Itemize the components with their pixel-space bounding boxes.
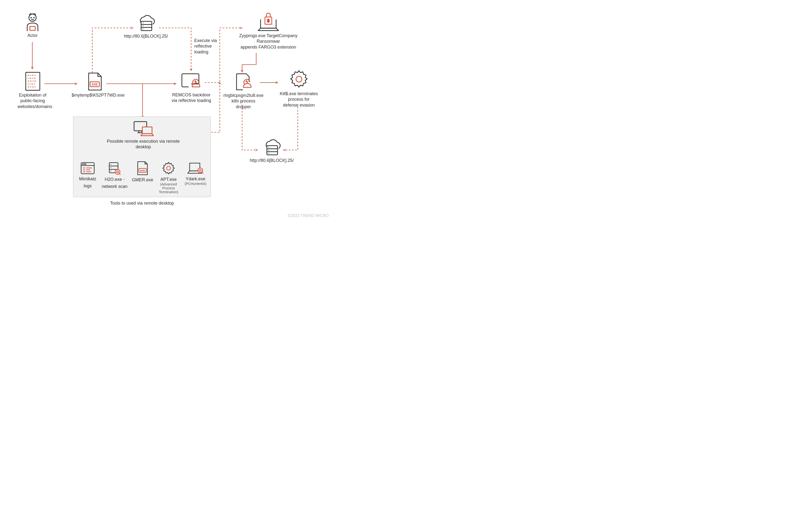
mimikatz-icon [80, 162, 95, 175]
remcos-icon [181, 72, 202, 91]
tools-footer: Tools to used via remote desktop [105, 199, 180, 206]
svg-text:EXE: EXE [140, 169, 145, 172]
binary-panel-icon [25, 72, 40, 91]
exe-file-label: $mytemp$\K52PT7WD.exe [72, 93, 118, 98]
tool-apt-sub: (Advanced Process Termination) [155, 182, 182, 194]
reflective-loading-text: Execute via reflective loading [194, 36, 223, 55]
svg-point-8 [143, 23, 143, 23]
svg-point-26 [111, 164, 111, 165]
svg-point-33 [167, 166, 170, 170]
svg-point-19 [268, 153, 269, 154]
svg-point-22 [82, 164, 83, 165]
remcos-node: REMCOS backdoor via reflective loading [169, 72, 213, 103]
svg-point-24 [86, 164, 86, 165]
svg-point-28 [111, 171, 111, 172]
gear-icon [288, 69, 310, 90]
dropper-node: rlvgblcpsgm2tu8.exe kills process droppe… [223, 72, 263, 110]
exe-file-icon: EXE [87, 72, 103, 91]
tool-mimikatz: Mimikatz logs [77, 162, 98, 189]
h2o-icon [108, 162, 121, 175]
tool-h2o-name: H2O.exe - [101, 177, 128, 182]
dropper-icon [234, 72, 253, 91]
remcos-label: REMCOS backdoor via reflective loading [169, 92, 213, 103]
c2-cloud-1: http://80.6[BLOCK].25/ [124, 14, 168, 39]
copyright: ©2023 TREND MICRO [287, 213, 329, 218]
diagram-canvas: Actor Exploitation of public-facing webs… [0, 0, 336, 222]
ydark-icon [187, 162, 204, 175]
svg-point-30 [116, 171, 118, 173]
gmer-icon: EXE [136, 161, 149, 176]
kill-node: Kill$.exe terminates process for defense… [279, 69, 319, 108]
tool-mimikatz-name: Mimikatz [77, 176, 98, 182]
tool-ydark: Ydark.exe (PCHunter64) [184, 162, 207, 186]
actor-node: Actor [23, 13, 42, 38]
tool-gmer: EXE GMER.exe [132, 161, 153, 183]
svg-point-1 [31, 18, 31, 18]
ransomware-label: Zyypmgo.exe TargetCompany Ransomwar appe… [228, 33, 308, 50]
svg-point-14 [246, 81, 247, 81]
svg-rect-3 [30, 26, 35, 30]
svg-point-0 [29, 14, 36, 21]
svg-point-15 [296, 76, 302, 82]
svg-point-11 [195, 81, 196, 81]
svg-point-27 [111, 168, 111, 168]
svg-text:$: $ [267, 19, 269, 23]
exe-file-node: EXE $mytemp$\K52PT7WD.exe [72, 72, 118, 98]
tool-apt: APT.exe (Advanced Process Termination) [155, 161, 182, 194]
tool-apt-name: APT.exe [155, 177, 182, 182]
svg-point-9 [143, 25, 143, 26]
svg-point-18 [268, 150, 269, 151]
c2-2-label: http://80.6[BLOCK].25/ [250, 158, 294, 163]
tool-h2o: H2O.exe - network scan [101, 162, 128, 190]
cloud-server-icon [135, 14, 157, 32]
tool-mimikatz-sub: logs [77, 183, 98, 189]
c2-1-label: http://80.6[BLOCK].25/ [124, 34, 168, 39]
remote-desktop-node: Possible remote execution via remote des… [105, 120, 182, 150]
tool-ydark-sub: (PCHunter64) [184, 182, 207, 186]
svg-point-17 [268, 147, 269, 148]
dropper-label: rlvgblcpsgm2tu8.exe kills process droppe… [223, 93, 263, 110]
kill-label: Kill$.exe terminates process for defense… [279, 91, 319, 108]
tool-h2o-sub: network scan [101, 184, 128, 189]
cloud-server-icon-2 [261, 138, 282, 156]
remote-exec-label: Possible remote execution via remote des… [105, 138, 182, 150]
c2-cloud-2: http://80.6[BLOCK].25/ [250, 138, 294, 163]
ransomware-node: $ Zyypmgo.exe TargetCompany Ransomwar ap… [228, 12, 308, 50]
tool-ydark-name: Ydark.exe [184, 176, 207, 182]
svg-point-2 [34, 18, 34, 18]
svg-text:EXE: EXE [92, 83, 98, 86]
tool-gmer-name: GMER.exe [132, 177, 153, 183]
apt-icon [162, 161, 175, 175]
exploitation-label: Exploitation of public-facing websites/d… [18, 93, 48, 110]
svg-point-23 [84, 164, 85, 165]
ransom-laptop-icon: $ [256, 12, 280, 32]
svg-point-10 [143, 28, 143, 30]
actor-icon [26, 13, 39, 31]
actor-label: Actor [23, 33, 42, 38]
svg-point-35 [199, 169, 201, 171]
remote-desktop-icon [132, 120, 155, 137]
exploitation-node: Exploitation of public-facing websites/d… [18, 72, 48, 110]
